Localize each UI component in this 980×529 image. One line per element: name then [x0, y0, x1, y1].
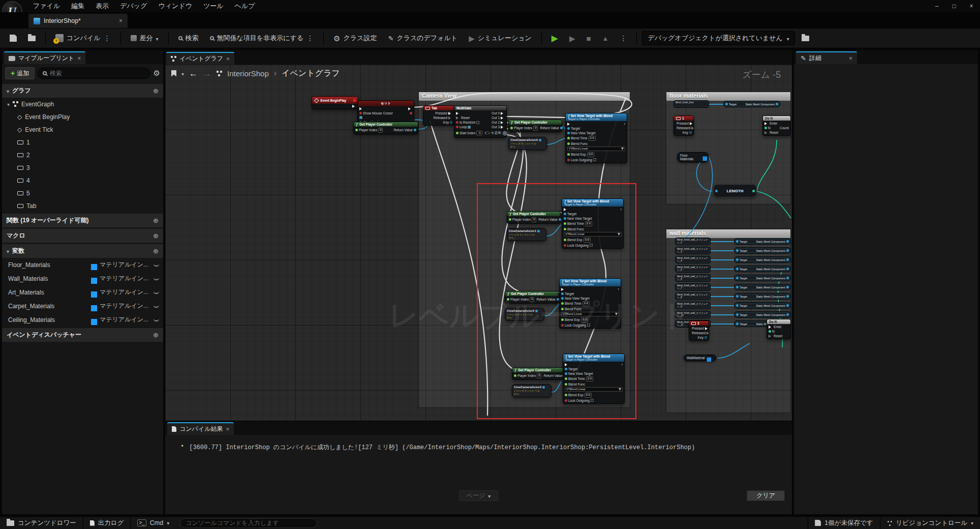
content-drawer-button[interactable]: コンテンツドロワー [0, 517, 83, 529]
node-mesh-finish-wall[interactable]: Mesh_finish_wall_オブジェクト_3 [675, 247, 711, 254]
enter-pin[interactable] [764, 122, 769, 125]
node-mesh-finish-wall[interactable]: Mesh_finish_wall_オブジェクト_8 [675, 292, 711, 300]
add-variable-icon[interactable] [153, 248, 159, 254]
node-set-view-target-with-blend[interactable]: Set View Target with BlendTarget is Play… [559, 278, 621, 329]
node-cinecameraactor1[interactable]: CineCameraActor1 パーシスタントレベルから [507, 228, 546, 241]
exec-in-pin[interactable] [359, 107, 363, 110]
tree-item-event[interactable]: Event Tick [2, 123, 163, 136]
key-pin[interactable] [705, 336, 707, 339]
object-out-pin[interactable] [539, 139, 541, 141]
return-pin[interactable] [414, 129, 416, 131]
tab-details[interactable]: 詳細 × [796, 51, 857, 64]
blend-time-pin[interactable] [565, 377, 567, 380]
menu-help[interactable]: ヘルプ [229, 0, 261, 12]
node-static-mesh-component[interactable]: TargetStatic Mesh Component [734, 266, 791, 272]
tree-item-input-key[interactable]: 1 [2, 136, 163, 149]
section-graphs[interactable]: グラフ [2, 84, 163, 98]
console-input[interactable] [186, 519, 312, 526]
blend-exp-pin[interactable] [565, 394, 567, 396]
close-icon[interactable]: × [849, 55, 852, 62]
node-multigate[interactable]: MultiGate Out 0 ResetOut 1 Is RandomOut … [454, 105, 507, 138]
debug-browse-button[interactable] [797, 31, 814, 46]
tab-compile-results[interactable]: コンパイル結果 × [167, 422, 234, 435]
exec-in-pin[interactable] [564, 208, 568, 211]
node-set-view-target-with-blend[interactable]: Set View Target with BlendTarget is Play… [565, 113, 627, 163]
blend-exp-pin[interactable] [567, 153, 570, 156]
search-input[interactable] [50, 70, 145, 77]
node-array-length[interactable]: LENGTH [713, 184, 757, 197]
node-floor-materials-getter[interactable]: Floor Materials [677, 152, 709, 162]
tree-item-event[interactable]: Event BeginPlay [2, 110, 163, 123]
blend-func-dropdown[interactable]: VTBlend Linear [567, 146, 625, 151]
close-icon[interactable]: × [226, 426, 229, 433]
value-box[interactable]: 2.0 [589, 136, 596, 141]
clear-button[interactable]: クリア [747, 490, 785, 501]
bool-out-pin[interactable] [410, 112, 412, 114]
out1-pin[interactable] [501, 116, 505, 120]
node-static-mesh-component[interactable]: TargetStatic Mesh Component [734, 284, 791, 290]
node-mesh-finish-wall[interactable]: Mesh_finish_wall_オブジェクト_9 [675, 302, 711, 309]
exec-in-pin[interactable] [567, 123, 571, 126]
checkbox[interactable] [476, 121, 479, 124]
exec-out-pin[interactable] [408, 107, 412, 110]
blend-func-pin[interactable] [567, 142, 570, 145]
value-box[interactable]: 2.0 [586, 376, 593, 381]
n-pin[interactable] [764, 127, 767, 129]
page-dropdown-button[interactable]: ページ [459, 490, 499, 501]
add-dispatcher-icon[interactable] [153, 332, 159, 338]
out0-pin[interactable] [501, 112, 505, 115]
node-mesh-finish-wall[interactable]: Mesh_finish_wall_オブジェクト_5 [675, 265, 711, 273]
tree-item-input-key[interactable]: 4 [2, 174, 163, 187]
debug-object-dropdown[interactable]: デバッグオブジェクトが選択されていません [642, 31, 795, 45]
node-static-mesh-component[interactable]: TargetStatic Mesh Component [734, 302, 791, 309]
start-index-pin[interactable] [456, 132, 458, 134]
tree-item-input-key[interactable]: 2 [2, 149, 163, 161]
tree-item-eventgraph[interactable]: EventGraph [2, 98, 163, 110]
lock-outgoing-pin[interactable] [561, 324, 564, 327]
my-blueprint-search[interactable] [38, 68, 150, 79]
node-static-mesh-component[interactable]: TargetStatic Mesh Component [734, 293, 791, 300]
stop-button[interactable] [581, 31, 595, 46]
maximize-button[interactable]: □ [945, 0, 963, 12]
play-button[interactable] [547, 31, 563, 46]
node-static-mesh-component[interactable]: TargetStatic Mesh Component [734, 238, 791, 245]
add-pin-icon[interactable] [502, 130, 508, 136]
section-event-dispatchers[interactable]: イベントディスパッチャー [2, 328, 163, 342]
node-get-player-controller[interactable]: Get Player Controller Player Index0Retur… [353, 122, 418, 134]
pressed-pin[interactable] [448, 112, 452, 115]
unsaved-indicator[interactable]: 1個が未保存です [808, 517, 879, 529]
bool-pin[interactable] [359, 112, 362, 114]
node-mesh-finish-wall[interactable]: Mesh_finish_wall_オブジェクト_6 [675, 274, 711, 282]
bookmark-icon[interactable] [171, 70, 176, 77]
node-mesh-finish-floor[interactable]: Mesh_finish_floor [673, 100, 709, 108]
target-pin[interactable] [561, 292, 564, 295]
is-random-pin[interactable] [456, 121, 458, 124]
value-box[interactable]: -1 [476, 131, 482, 136]
blend-time-pin[interactable] [567, 137, 570, 139]
node-key-1[interactable]: 1 Pressed Released Key [673, 115, 694, 136]
mesh-target-pair[interactable]: Mesh_finish_wall_オブジェクト_5 TargetStatic M… [675, 265, 791, 273]
lock-outgoing-pin[interactable] [565, 399, 567, 402]
checkbox[interactable] [590, 244, 593, 247]
new-view-target-pin[interactable] [564, 217, 566, 220]
exec-out-pin[interactable] [352, 105, 356, 108]
key-pin[interactable] [689, 131, 692, 134]
int-pin[interactable] [507, 298, 509, 301]
eye-closed-icon[interactable] [154, 318, 159, 321]
hide-unrelated-button[interactable]: 無関係な項目を非表示にする [205, 31, 319, 46]
variable-row[interactable]: Floor_Materials マテリアルイン... [2, 258, 163, 272]
node-get-player-controller[interactable]: Get Player Controller Player Index0Retur… [505, 291, 559, 304]
revision-control-button[interactable]: リビジョンコントロール [880, 517, 980, 529]
chevron-down-icon[interactable] [181, 69, 184, 77]
target-pin[interactable] [567, 127, 570, 130]
int-pin[interactable] [509, 218, 511, 221]
out3-pin[interactable] [501, 126, 505, 129]
eye-closed-icon[interactable] [154, 305, 159, 308]
asset-tab-interiorshop[interactable]: InteriorShop* × [28, 14, 128, 28]
variable-row[interactable]: Carpet_Materials マテリアルイン... [2, 299, 163, 313]
close-icon[interactable]: × [77, 55, 81, 62]
add-graph-icon[interactable] [153, 87, 159, 94]
output-log-button[interactable]: 出力ログ [83, 517, 131, 529]
node-get-player-controller[interactable]: Get Player Controller Player Index0Retur… [507, 211, 561, 224]
n-pin[interactable] [769, 330, 771, 333]
